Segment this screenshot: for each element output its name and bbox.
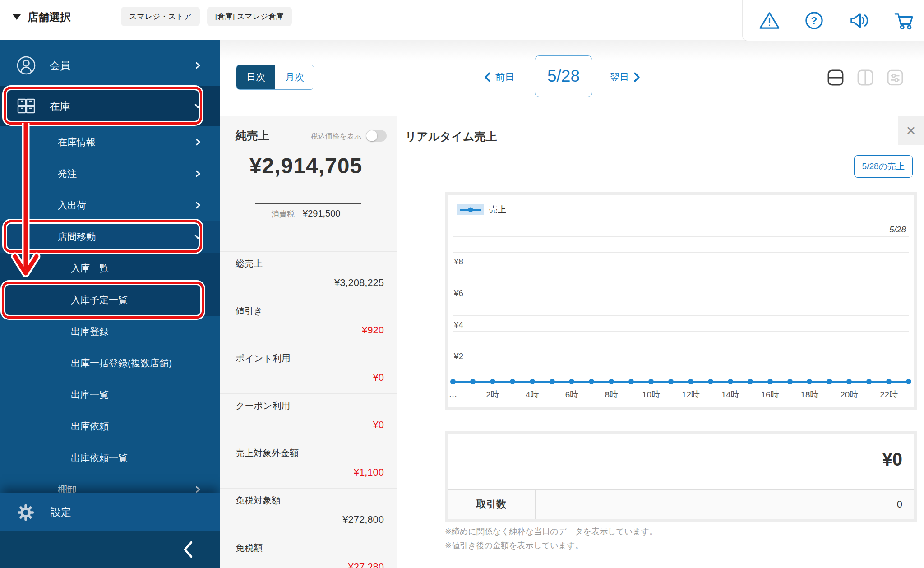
- sales-breakdown-list: 総売上¥3,208,225値引き¥920ポイント利用¥0クーポン利用¥0売上対象…: [220, 251, 397, 568]
- store-chip: スマレジ・ストア: [121, 7, 200, 26]
- store-chip: [倉庫] スマレジ倉庫: [207, 7, 292, 26]
- transactions-total: ¥0: [882, 449, 903, 470]
- sidebar-item-kaiin[interactable]: 会員: [0, 45, 220, 86]
- next-day-button[interactable]: 翌日: [610, 71, 640, 83]
- x-tick-label: 2時: [486, 389, 499, 401]
- chart-data-point: [628, 379, 634, 384]
- chart-data-point: [767, 379, 773, 384]
- announcement-icon[interactable]: [848, 10, 869, 31]
- layout-switcher: [827, 69, 904, 86]
- chart-data-point: [668, 379, 674, 384]
- store-selector-label: 店舗選択: [28, 10, 71, 24]
- tab-monthly[interactable]: 月次: [275, 65, 314, 89]
- view-mode-tabs: 日次 月次: [236, 65, 314, 90]
- sidebar-item-label: 出庫依頼一覧: [0, 452, 128, 464]
- chart-data-point: [648, 379, 654, 384]
- x-tick-label: 12時: [682, 389, 700, 401]
- sidebar-item-shukko-toroku[interactable]: 出庫登録: [0, 316, 220, 347]
- chevron-right-icon: [194, 170, 202, 177]
- sidebar-item-shukko-ikkatsu-toroku[interactable]: 出庫一括登録(複数店舗): [0, 347, 220, 379]
- chart-data-point: [807, 379, 812, 384]
- sidebar-item-settings[interactable]: 設定: [0, 493, 220, 531]
- breakdown-label: 値引き: [236, 305, 263, 317]
- day-sales-button[interactable]: 5/28の売上: [854, 155, 913, 178]
- sidebar-item-shukko-ichiran[interactable]: 出庫一覧: [0, 379, 220, 411]
- breakdown-value: ¥920: [362, 324, 384, 336]
- store-selector-dropdown[interactable]: 店舗選択: [13, 10, 71, 24]
- filter-sliders-icon[interactable]: [887, 69, 904, 86]
- header-icon-group: ?: [742, 0, 924, 41]
- breakdown-label: 売上対象外金額: [236, 447, 299, 459]
- chevron-right-icon: [194, 202, 202, 209]
- sidebar-item-nyuko-yotei-ichiran[interactable]: 入庫予定一覧: [0, 284, 220, 316]
- chart-data-point: [530, 379, 535, 384]
- tax-toggle-label: 税込価格を表示: [311, 132, 361, 141]
- toggle-knob: [366, 130, 377, 141]
- transactions-box: ¥0 取引数 0: [445, 431, 917, 522]
- cart-icon[interactable]: [893, 10, 914, 31]
- chevron-left-icon: [484, 72, 491, 82]
- sidebar-item-shukko-irai[interactable]: 出庫依頼: [0, 411, 220, 442]
- sidebar-item-label: 店間移動: [0, 231, 96, 243]
- sidebar-item-nyushukka[interactable]: 入出荷: [0, 189, 220, 221]
- prev-day-button[interactable]: 前日: [484, 71, 514, 83]
- chart-data-point: [906, 379, 911, 384]
- tax-included-toggle[interactable]: [366, 130, 387, 142]
- sales-breakdown-row: ポイント利用¥0: [220, 346, 397, 393]
- x-tick-label: 22時: [880, 389, 898, 401]
- tab-daily[interactable]: 日次: [236, 65, 275, 89]
- chart-data-point: [609, 379, 614, 384]
- split-horizontal-icon[interactable]: [827, 69, 844, 86]
- sidebar-item-label: 出庫一覧: [0, 388, 109, 401]
- breakdown-value: ¥1,100: [354, 466, 384, 478]
- sidebar-item-label: 入庫予定一覧: [0, 294, 128, 306]
- footnote: ※値引き後の金額を表示しています。: [445, 539, 657, 553]
- transactions-count-value: 0: [897, 490, 902, 519]
- sidebar-item-hacchu[interactable]: 発注: [0, 158, 220, 189]
- store-chips: スマレジ・ストア [倉庫] スマレジ倉庫: [121, 7, 292, 26]
- date-selector[interactable]: 5/28: [535, 55, 592, 97]
- prev-day-label: 前日: [495, 71, 514, 83]
- sidebar-item-shukko-irai-ichiran[interactable]: 出庫依頼一覧: [0, 442, 220, 474]
- sidebar-item-label: 発注: [0, 167, 77, 180]
- sales-breakdown-row: 値引き¥920: [220, 299, 397, 346]
- chart-data-point: [490, 379, 495, 384]
- sidebar-item-label: 入出荷: [0, 199, 86, 212]
- breakdown-value: ¥0: [373, 372, 384, 383]
- breakdown-value: ¥27,280: [348, 561, 384, 568]
- chevron-right-icon: [633, 72, 640, 82]
- sidebar-item-label: 出庫依頼: [0, 420, 109, 433]
- chevron-down-icon: [194, 233, 202, 240]
- x-tick-label: 14時: [721, 389, 739, 401]
- chart-data-point: [846, 379, 852, 384]
- sales-breakdown-row: 総売上¥3,208,225: [220, 251, 397, 299]
- close-icon[interactable]: ×: [898, 116, 924, 145]
- chart-data-point: [450, 379, 456, 384]
- x-tick-label: 18時: [800, 389, 818, 401]
- chevron-right-icon: [194, 139, 202, 146]
- x-tick-label: 6時: [565, 389, 579, 401]
- header-divider: [111, 0, 111, 40]
- sidebar-menu: 会員在庫在庫情報発注入出荷店間移動入庫一覧入庫予定一覧出庫登録出庫一括登録(複数…: [0, 45, 220, 505]
- split-vertical-icon[interactable]: [857, 69, 874, 86]
- x-tick-label: 20時: [840, 389, 858, 401]
- sidebar-item-label: 設定: [0, 505, 71, 519]
- sidebar-item-nyuko-ichiran[interactable]: 入庫一覧: [0, 253, 220, 284]
- chart-x-axis-labels: …2時4時6時8時10時12時14時16時18時20時22時: [453, 389, 909, 402]
- chevron-down-icon: [194, 102, 202, 110]
- chevron-right-icon: [194, 486, 202, 493]
- help-icon[interactable]: ?: [804, 10, 825, 31]
- tax-value: ¥291,500: [303, 208, 340, 218]
- alert-icon[interactable]: [759, 10, 780, 31]
- sidebar-item-zaiko[interactable]: 在庫: [0, 86, 220, 126]
- sidebar-item-tenkan-ido[interactable]: 店間移動: [0, 221, 220, 253]
- chart-data-point: [748, 379, 753, 384]
- header: 店舗選択 スマレジ・ストア [倉庫] スマレジ倉庫 ?: [0, 0, 924, 40]
- sidebar-collapse-button[interactable]: [0, 531, 220, 568]
- panel-title: リアルタイム売上: [405, 129, 497, 144]
- chart-data-point: [886, 379, 892, 384]
- consumption-tax-row: 消費税 ¥291,500: [220, 208, 392, 219]
- transactions-row: 取引数 0: [448, 489, 914, 519]
- sidebar-item-zaiko-joho[interactable]: 在庫情報: [0, 126, 220, 158]
- chart-data-point: [589, 379, 594, 384]
